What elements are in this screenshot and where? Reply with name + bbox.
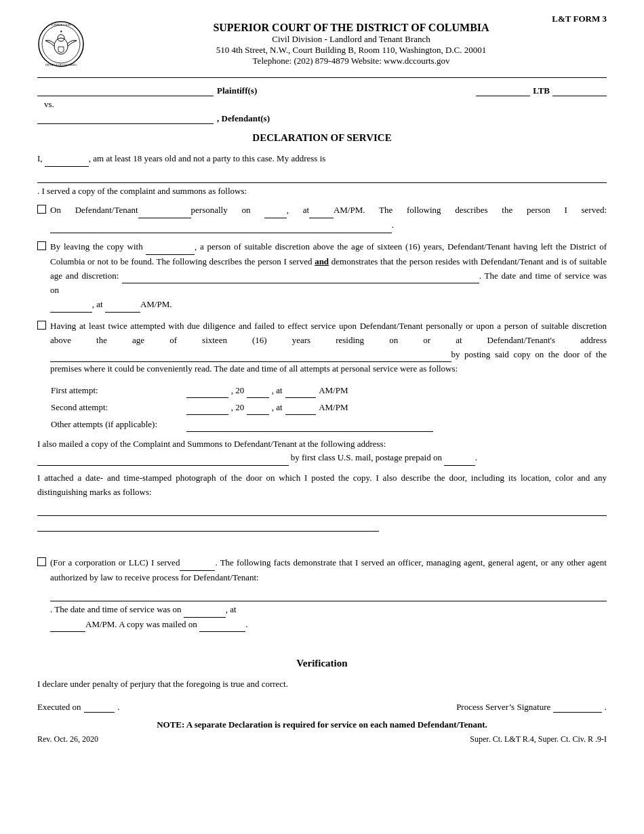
party-section: Plaintiff(s) LTB vs. , Defendant(s) (37, 85, 607, 124)
section2-checkbox[interactable] (37, 241, 46, 250)
vs-text: vs. (44, 99, 54, 109)
corp-date-field[interactable] (184, 603, 226, 618)
svg-text:SUPERIOR COURT: SUPERIOR COURT (51, 24, 71, 26)
first-attempt-date-field[interactable] (186, 383, 228, 398)
declarant-name-field[interactable] (45, 152, 89, 167)
verification-text: I declare under penalty of perjury that … (37, 677, 607, 692)
svg-point-0 (39, 22, 83, 66)
corp-checkbox[interactable] (37, 557, 46, 566)
intro-paragraph: I, , am at least 18 years old and not a … (37, 152, 607, 198)
mailed-date-field[interactable] (444, 451, 475, 466)
s2-and-text: and (315, 256, 329, 266)
photo-section: I attached a date- and time-stamped phot… (37, 471, 607, 532)
executed-on-block: Executed on . (37, 701, 119, 713)
footer-left: Rev. Oct. 26, 2020 (37, 734, 98, 744)
court-address: 510 4th Street, N.W., Court Building B, … (96, 45, 607, 56)
second-attempt-label: Second attempt: (51, 401, 186, 415)
ltb-suffix-field[interactable] (552, 85, 607, 96)
header-text-block: SUPERIOR COURT OF THE DISTRICT OF COLUMB… (96, 22, 607, 66)
attempt-table: First attempt: , 20 , at AM/PM Second at… (51, 383, 607, 431)
process-server-sig-block: Process Server’s Signature . (456, 701, 607, 713)
vs-row: vs. (37, 99, 607, 110)
second-attempt-date-field[interactable] (186, 400, 228, 415)
plaintiff-name-field[interactable] (37, 85, 214, 96)
header-section: ★ DISTRICT OF COLUMBIA SUPERIOR COURT SU… (37, 20, 607, 68)
defendant-name-field[interactable] (37, 113, 214, 124)
s2-person-field[interactable] (146, 240, 195, 255)
first-attempt-year-field[interactable] (247, 383, 269, 398)
section2-content: By leaving the copy with , a person of s… (50, 240, 607, 313)
s1-defendant-field[interactable] (138, 203, 191, 218)
s3-address-field[interactable] (50, 348, 451, 363)
footer-bottom: Rev. Oct. 26, 2020 Super. Ct. L&T R.4, S… (37, 734, 607, 744)
court-title: SUPERIOR COURT OF THE DISTRICT OF COLUMB… (96, 22, 607, 34)
s1-description-field[interactable] (50, 218, 392, 233)
executed-on-label: Executed on (37, 702, 81, 713)
footer-note: NOTE: A separate Declaration is required… (37, 719, 607, 730)
plaintiff-row: Plaintiff(s) LTB (37, 85, 607, 96)
footer-right: Super. Ct. L&T R.4, Super. Ct. Civ. R .9… (470, 734, 607, 744)
section3-checkbox-block: Having at least twice attempted with due… (37, 319, 607, 376)
ltb-prefix-field[interactable] (476, 85, 530, 96)
process-server-sig-field[interactable] (553, 701, 602, 713)
verification-title: Verification (37, 658, 607, 669)
second-attempt-time-field[interactable] (285, 400, 317, 415)
court-division: Civil Division - Landlord and Tenant Bra… (96, 34, 607, 45)
signature-block: Executed on . Process Server’s Signature… (37, 701, 607, 713)
court-contact: Telephone: (202) 879-4879 Website: www.d… (96, 56, 607, 66)
corp-ampm-field[interactable] (50, 618, 85, 633)
corp-content: (For a corporation or LLC) I served . Th… (50, 556, 607, 632)
section3-content: Having at least twice attempted with due… (50, 319, 607, 376)
first-attempt-fields: , 20 , at AM/PM (186, 383, 607, 398)
first-attempt-label: First attempt: (51, 384, 186, 398)
first-attempt-row: First attempt: , 20 , at AM/PM (51, 383, 607, 398)
s1-date-field[interactable] (264, 203, 287, 218)
first-attempt-time-field[interactable] (285, 383, 317, 398)
mailed-section: I also mailed a copy of the Complaint an… (37, 437, 607, 466)
s2-time-field[interactable] (105, 298, 140, 313)
mailed-address-field[interactable] (37, 451, 289, 466)
corp-served-field[interactable] (180, 556, 215, 571)
other-attempts-field[interactable] (186, 417, 433, 432)
section1-checkbox[interactable] (37, 205, 46, 214)
defendant-row: , Defendant(s) (37, 113, 607, 124)
corp-facts-field[interactable] (50, 587, 607, 601)
s2-date-field[interactable] (50, 298, 92, 313)
other-attempts-label: Other attempts (if applicable): (51, 418, 186, 432)
plaintiff-label: Plaintiff(s) (217, 85, 257, 96)
section2-checkbox-block: By leaving the copy with , a person of s… (37, 240, 607, 313)
photo-description-field1[interactable] (37, 501, 607, 516)
svg-point-2 (54, 38, 68, 54)
s1-time-field[interactable] (309, 203, 334, 218)
declarant-address-field[interactable] (37, 168, 607, 183)
svg-text:★: ★ (60, 30, 63, 33)
ltb-field: LTB (476, 85, 607, 96)
process-server-label: Process Server’s Signature (456, 702, 550, 713)
other-attempts-row: Other attempts (if applicable): (51, 417, 607, 432)
photo-description-field2[interactable] (37, 517, 379, 532)
s2-discretion-field[interactable] (122, 269, 479, 284)
defendant-label: , Defendant(s) (217, 113, 270, 124)
svg-text:DISTRICT OF COLUMBIA: DISTRICT OF COLUMBIA (45, 63, 77, 66)
ltb-label: LTB (533, 85, 550, 96)
executed-on-date-field[interactable] (84, 701, 115, 713)
section1-checkbox-block: On Defendant/Tenant personally on , at A… (37, 203, 607, 233)
form-title: DECLARATION OF SERVICE (37, 132, 607, 144)
corp-mailed-field[interactable] (199, 618, 245, 633)
second-attempt-fields: , 20 , at AM/PM (186, 400, 607, 415)
second-attempt-row: Second attempt: , 20 , at AM/PM (51, 400, 607, 415)
section1-content: On Defendant/Tenant personally on , at A… (50, 203, 607, 233)
court-seal: ★ DISTRICT OF COLUMBIA SUPERIOR COURT (37, 20, 85, 68)
form-id: L&T FORM 3 (552, 14, 607, 24)
section3-checkbox[interactable] (37, 321, 46, 330)
corp-checkbox-block: (For a corporation or LLC) I served . Th… (37, 556, 607, 632)
second-attempt-year-field[interactable] (247, 400, 269, 415)
